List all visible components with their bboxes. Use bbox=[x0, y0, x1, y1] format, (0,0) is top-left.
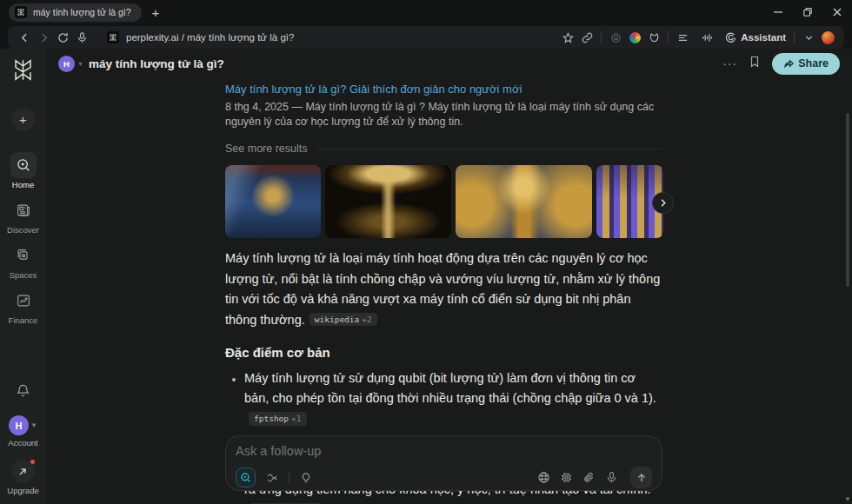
thread-main: H ▼ máy tính lượng tử là gì? ··· Share M… bbox=[46, 49, 852, 504]
home-search-icon bbox=[10, 152, 37, 178]
model-chip-icon[interactable] bbox=[560, 471, 573, 484]
notifications-bell-icon[interactable] bbox=[16, 383, 30, 401]
scrollbar-down-arrow[interactable]: ▼ bbox=[844, 495, 851, 503]
browser-tab[interactable]: máy tính lượng tử là gì? bbox=[9, 3, 142, 22]
citation-fptshop[interactable]: fptshop+1 bbox=[249, 412, 307, 425]
sidebar-item-home[interactable]: Home bbox=[3, 152, 44, 189]
new-tab-button[interactable]: + bbox=[152, 6, 160, 19]
reload-button[interactable] bbox=[53, 28, 72, 47]
research-mode-button[interactable] bbox=[263, 468, 282, 487]
tab-title: máy tính lượng tử là gì? bbox=[33, 7, 131, 17]
arrow-up-icon bbox=[636, 473, 647, 483]
toolbar-divider bbox=[794, 31, 795, 43]
upgrade-badge bbox=[30, 459, 36, 465]
forward-button[interactable] bbox=[34, 28, 53, 47]
tab-strip: máy tính lượng tử là gì? + bbox=[0, 0, 852, 24]
page-scrollbar[interactable] bbox=[846, 113, 849, 287]
thread-title: máy tính lượng tử là gì? bbox=[89, 57, 224, 70]
attach-paperclip-icon[interactable] bbox=[582, 471, 596, 484]
quantum-computer-image-3[interactable] bbox=[456, 165, 592, 238]
perplexity-favicon bbox=[15, 6, 27, 18]
sidebar-item-spaces[interactable]: Spaces bbox=[3, 242, 44, 280]
see-more-results-link[interactable]: See more results bbox=[225, 143, 307, 155]
thread-header: H ▼ máy tính lượng tử là gì? ··· Share bbox=[46, 49, 852, 78]
submit-button[interactable] bbox=[630, 467, 652, 488]
sources-globe-icon[interactable] bbox=[537, 471, 550, 484]
sidebar-item-label: Home bbox=[12, 180, 34, 189]
account-label: Account bbox=[8, 438, 37, 448]
bookmark-star-icon[interactable] bbox=[558, 28, 577, 47]
search-result-snippet: 8 thg 4, 2025 — Máy tính lượng tử là gì … bbox=[225, 100, 662, 130]
url-text: perplexity.ai / máy tính lượng tử là gì? bbox=[126, 32, 294, 43]
upgrade-label: Upgrade bbox=[7, 486, 38, 495]
assistant-icon bbox=[725, 32, 736, 43]
follow-up-input[interactable] bbox=[236, 444, 652, 458]
labs-mode-button[interactable] bbox=[296, 468, 316, 487]
extension-shield-icon[interactable] bbox=[644, 28, 663, 47]
search-mode-button[interactable] bbox=[236, 468, 256, 487]
answer-section-heading: Đặc điểm cơ bản bbox=[225, 345, 662, 360]
toolbar-divider bbox=[601, 31, 602, 43]
quantum-computer-image-1[interactable] bbox=[225, 165, 321, 238]
spaces-icon bbox=[10, 242, 37, 269]
assistant-label: Assistant bbox=[741, 32, 786, 43]
account-item[interactable]: H ▼ Account bbox=[8, 415, 37, 448]
upgrade-item[interactable]: Upgrade bbox=[7, 460, 38, 495]
search-result-link[interactable]: Máy tính lượng tử là gì? Giải thích đơn … bbox=[225, 82, 662, 97]
share-button[interactable]: Share bbox=[772, 53, 840, 75]
share-label: Share bbox=[798, 57, 829, 70]
perplexity-logo-icon[interactable] bbox=[11, 58, 35, 85]
sidebar-item-label: Discover bbox=[7, 225, 39, 235]
close-button[interactable] bbox=[822, 0, 852, 24]
app-sidebar: + Home Discover bbox=[0, 49, 46, 504]
see-more-row: See more results bbox=[225, 143, 662, 155]
composer-toolbar bbox=[236, 467, 652, 488]
sidebar-bottom: H ▼ Account Upgrade bbox=[7, 383, 38, 495]
voice-search-icon[interactable] bbox=[72, 28, 91, 47]
thread-author-avatar[interactable]: H bbox=[58, 56, 75, 72]
answer-bullet: Máy tính lượng tử sử dụng qubit (bit lượ… bbox=[244, 368, 662, 429]
thread-more-button[interactable]: ··· bbox=[722, 56, 737, 70]
assistant-button[interactable]: Assistant bbox=[722, 32, 789, 43]
restore-button[interactable] bbox=[793, 0, 822, 24]
window-controls bbox=[763, 0, 852, 24]
browser-window: máy tính lượng tử là gì? + perplexity.ai… bbox=[0, 0, 852, 504]
browser-toolbar: perplexity.ai / máy tính lượng tử là gì?… bbox=[8, 26, 844, 49]
sidebar-item-label: Finance bbox=[9, 315, 38, 325]
browser-profile-avatar[interactable] bbox=[818, 28, 837, 47]
dictation-mic-icon[interactable] bbox=[605, 471, 618, 484]
divider bbox=[289, 472, 290, 483]
sidebar-nav: Home Discover Spaces bbox=[3, 152, 44, 325]
sidebar-item-label: Spaces bbox=[10, 270, 37, 280]
address-bar[interactable]: perplexity.ai / máy tính lượng tử là gì? bbox=[107, 31, 558, 43]
back-button[interactable] bbox=[15, 28, 34, 47]
new-thread-button[interactable]: + bbox=[11, 108, 35, 131]
image-strip-next-button[interactable] bbox=[652, 192, 674, 214]
sidebar-chevron-icon[interactable] bbox=[799, 28, 818, 47]
finance-chart-icon bbox=[10, 288, 37, 314]
toolbar-divider bbox=[668, 31, 669, 43]
answer-intro-text: Máy tính lượng tử là loại máy tính hoạt … bbox=[225, 251, 660, 326]
bookmark-icon[interactable] bbox=[749, 56, 761, 71]
copy-link-icon[interactable] bbox=[577, 28, 596, 47]
research-icon bbox=[266, 472, 278, 484]
reading-list-icon[interactable] bbox=[673, 28, 692, 47]
sidebar-item-finance[interactable]: Finance bbox=[3, 288, 44, 325]
image-strip bbox=[225, 165, 662, 238]
voice-waveform-icon[interactable] bbox=[697, 28, 716, 47]
share-icon bbox=[783, 58, 794, 69]
thread-chevron-icon: ▼ bbox=[77, 61, 83, 67]
answer-intro: Máy tính lượng tử là loại máy tính hoạt … bbox=[225, 249, 662, 330]
account-avatar: H bbox=[9, 415, 29, 435]
lightbulb-icon bbox=[300, 472, 312, 484]
search-icon bbox=[240, 472, 251, 483]
disabled-extension-icon[interactable] bbox=[606, 28, 625, 47]
extension-color-icon[interactable] bbox=[625, 28, 644, 47]
sidebar-item-discover[interactable]: Discover bbox=[3, 197, 44, 235]
composer-right-icons bbox=[537, 467, 652, 488]
quantum-computer-image-2[interactable] bbox=[325, 165, 451, 238]
minimize-button[interactable] bbox=[763, 0, 793, 24]
site-favicon bbox=[107, 31, 119, 43]
follow-up-composer[interactable] bbox=[225, 435, 662, 491]
citation-wikipedia[interactable]: wikipedia+2 bbox=[310, 313, 377, 326]
